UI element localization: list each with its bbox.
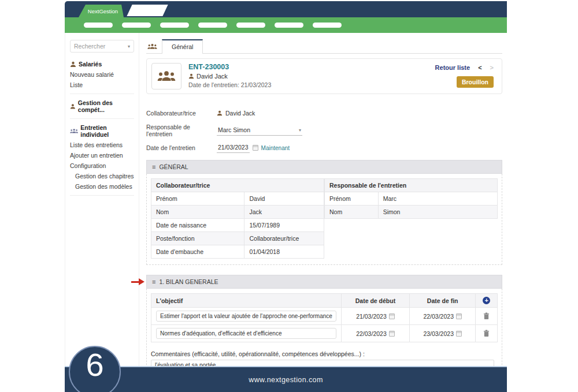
sidebar: Rechercher ▾ Salariés Nouveau salarié Li… [65, 33, 139, 366]
app-name: NextGestion [88, 8, 118, 14]
table-row: Poste/fonctionCollaborateur/trice [151, 232, 324, 245]
footer-website: www.nextgestion.com [249, 376, 323, 384]
table-row: Date de naissance15/07/1989 [151, 219, 324, 232]
prev-record-icon[interactable]: < [478, 64, 481, 71]
section-header-bilan[interactable]: ≡ 1. BILAN GENERALE [146, 275, 502, 289]
tab-bar: Général [146, 39, 502, 54]
date-label: Date de l'entretien [146, 144, 217, 151]
chevron-down-icon: ▾ [128, 44, 130, 49]
table-row: Date d'embauche01/04/2018 [151, 245, 324, 259]
users-icon [157, 70, 176, 82]
end-date-input[interactable]: 23/03/2023 [423, 330, 454, 337]
sidebar-group-label: Gestion des compét... [78, 99, 134, 113]
table-row: Normes d'adéquation, d'efficacité et d'e… [151, 325, 498, 342]
nav-menu-item-2[interactable] [122, 23, 151, 28]
section-menu-icon: ≡ [152, 278, 155, 285]
table-row: NomSimon [325, 206, 498, 219]
status-badge: Brouillon [457, 76, 494, 88]
sidebar-group-label: Salariés [79, 61, 102, 68]
sidebar-group-label: Entretien individuel [80, 124, 134, 138]
sidebar-item-gestion-des-chapitres[interactable]: Gestion des chapitres [75, 173, 134, 180]
nav-menu-item-6[interactable] [275, 23, 303, 28]
manager-label: Responsable de l'entretien [146, 124, 217, 137]
users-icon [147, 43, 157, 50]
main-nav-bar [65, 17, 507, 33]
nav-menu-item-4[interactable] [198, 23, 227, 28]
person-icon [70, 103, 76, 110]
search-select[interactable]: Rechercher ▾ [70, 40, 134, 53]
search-placeholder: Rechercher [74, 43, 105, 50]
nav-menu-item-1[interactable] [84, 23, 113, 28]
table-row: PrénomDavid [151, 192, 324, 206]
chevron-down-icon: ▾ [299, 128, 301, 133]
trash-icon[interactable] [483, 330, 490, 337]
calendar-icon[interactable] [389, 313, 395, 319]
person-icon [217, 110, 223, 116]
collaborator-label: Collaborateur/trice [146, 110, 217, 117]
calendar-icon[interactable] [456, 313, 462, 319]
sidebar-item-liste[interactable]: Liste [70, 81, 134, 88]
objective-input[interactable]: Normes d'adéquation, d'efficacité et d'e… [156, 328, 336, 339]
add-row-icon[interactable]: + [483, 297, 490, 304]
nav-menu-item-3[interactable] [160, 23, 189, 28]
interview-date-line: Date de l'entretien: 21/03/2023 [188, 81, 271, 88]
collaborator-table: Collaborateur/trice PrénomDavid NomJack … [151, 178, 324, 259]
nav-menu-item-7[interactable] [313, 23, 342, 28]
sidebar-divider [70, 94, 134, 94]
start-date-input[interactable]: 21/03/2023 [356, 313, 387, 320]
now-link[interactable]: Maintenant [261, 145, 290, 151]
page-footer: www.nextgestion.com [65, 366, 507, 392]
nav-menu-item-5[interactable] [236, 23, 265, 28]
section-menu-icon: ≡ [152, 163, 155, 170]
trash-icon[interactable] [483, 312, 490, 320]
comments-label: Commentaires (efficacité, utilité, opéra… [151, 350, 498, 357]
sidebar-group-salaries[interactable]: Salariés [70, 61, 134, 68]
step-number: 6 [86, 347, 103, 383]
sidebar-item-configuration[interactable]: Configuration [70, 162, 134, 169]
interview-avatar [151, 63, 181, 89]
start-date-input[interactable]: 22/03/2023 [356, 330, 387, 337]
tab-general[interactable]: Général [162, 39, 203, 54]
content-area: Rechercher ▾ Salariés Nouveau salarié Li… [65, 33, 507, 366]
objective-input[interactable]: Estimer l'apport et la valeur ajoutée de… [156, 311, 336, 322]
section-body-general: Collaborateur/trice PrénomDavid NomJack … [146, 174, 502, 265]
manager-selected-value: Marc Simon [218, 126, 250, 133]
annotation-arrow [131, 278, 145, 285]
table-row: PrénomMarc [325, 192, 498, 206]
sidebar-group-entretien-individuel[interactable]: Entretien individuel [70, 124, 134, 138]
table-row: Estimer l'apport et la valeur ajoutée de… [151, 308, 498, 325]
objectives-table: L'objectif Date de début Date de fin + E… [151, 293, 498, 342]
sidebar-item-nouveau-salarie[interactable]: Nouveau salarié [70, 71, 134, 78]
interview-form: Collaborateur/trice David Jack Responsab… [146, 108, 502, 153]
users-icon [70, 128, 78, 134]
interview-header-card: ENT-230003 David Jack Date de l'entretie… [146, 58, 502, 94]
interview-reference: ENT-230003 [188, 63, 271, 71]
sidebar-item-ajouter-un-entretien[interactable]: Ajouter un entretien [70, 152, 134, 159]
manager-select[interactable]: Marc Simon ▾ [217, 125, 302, 136]
top-title-bar: NextGestion [65, 1, 507, 17]
col-start-date: Date de début [341, 294, 409, 308]
date-input[interactable]: 21/03/2023 [217, 143, 250, 153]
manager-table: Responsable de l'entretien PrénomMarc No… [324, 178, 498, 219]
manager-table-header: Responsable de l'entretien [325, 179, 498, 192]
col-objective: L'objectif [151, 294, 342, 308]
section-header-general[interactable]: ≡ GÉNÉRAL [146, 160, 502, 174]
calendar-icon[interactable] [253, 145, 258, 151]
collaborator-value: David Jack [225, 110, 255, 117]
employee-name: David Jack [197, 73, 228, 80]
sidebar-item-gestion-des-modeles[interactable]: Gestion des modèles [75, 183, 134, 190]
sidebar-group-gestion-competences[interactable]: Gestion des compét... [70, 99, 134, 113]
person-icon [188, 73, 194, 79]
sidebar-item-liste-des-entretiens[interactable]: Liste des entretiens [70, 141, 134, 148]
sidebar-divider [70, 195, 134, 196]
brand-tab[interactable]: NextGestion [79, 5, 124, 17]
collaborator-table-header: Collaborateur/trice [151, 179, 324, 192]
end-date-input[interactable]: 22/03/2023 [423, 313, 454, 320]
col-end-date: Date de fin [410, 294, 476, 308]
back-to-list-link[interactable]: Retour liste [435, 64, 470, 71]
next-record-icon[interactable]: > [490, 64, 494, 71]
calendar-icon[interactable] [456, 331, 462, 337]
main-panel: Général ENT-230003 David Jack Date de l'… [139, 33, 507, 366]
sidebar-divider [70, 118, 134, 119]
calendar-icon[interactable] [389, 331, 395, 337]
